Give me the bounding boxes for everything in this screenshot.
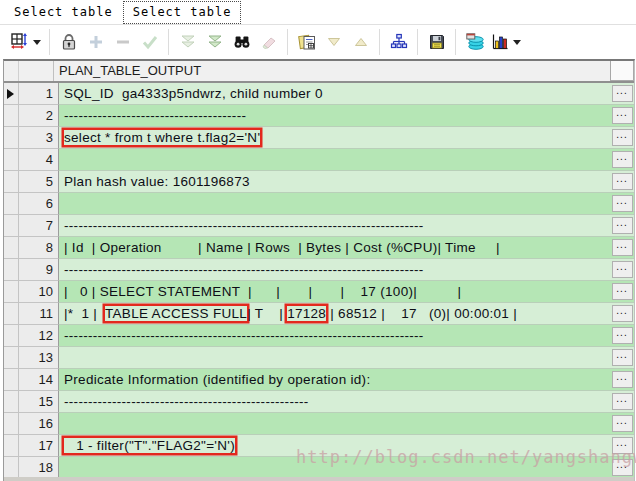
cell-expand-button[interactable]: ...	[612, 129, 633, 146]
row-number[interactable]: 5	[19, 171, 59, 193]
cell-expand-button[interactable]: ...	[612, 195, 633, 212]
plan-output-cell[interactable]: | 0 | SELECT STATEMENT | | | | 17 (100)|…	[59, 281, 610, 303]
grid-options-button[interactable]	[8, 29, 44, 55]
fetch-all-button[interactable]	[201, 29, 228, 55]
cell-expand-button[interactable]: ...	[612, 393, 633, 410]
cell-expand-button[interactable]: ...	[612, 217, 633, 234]
table-row[interactable]: 11|* 1 | TABLE ACCESS FULL| T | 17128 | …	[4, 303, 634, 325]
table-row[interactable]: 15--------------------------------------…	[4, 391, 634, 413]
cell-expand-button[interactable]: ...	[612, 107, 633, 124]
plan-output-cell[interactable]: | Id | Operation | Name | Rows | Bytes |…	[59, 237, 610, 259]
plan-output-cell[interactable]: SQL_ID ga4333p5ndwrz, child number 0	[59, 83, 610, 105]
table-row[interactable]: 13...	[4, 347, 634, 369]
lock-button[interactable]	[55, 29, 82, 55]
table-row[interactable]: 18...	[4, 457, 634, 479]
row-number[interactable]: 7	[19, 215, 59, 237]
cell-expand-button[interactable]: ...	[612, 437, 633, 454]
cell-expand-button[interactable]: ...	[612, 349, 633, 366]
row-number[interactable]: 2	[19, 105, 59, 127]
plan-output-cell[interactable]: select * from t where t.flag2='N'	[59, 127, 610, 149]
row-number[interactable]: 1	[19, 83, 59, 105]
row-number[interactable]: 3	[19, 127, 59, 149]
table-row[interactable]: 17 1 - filter("T"."FLAG2"='N')...	[4, 435, 634, 457]
plan-output-cell[interactable]: |* 1 | TABLE ACCESS FULL| T | 17128 | 68…	[59, 303, 610, 325]
plan-output-cell[interactable]	[59, 193, 610, 215]
plan-output-cell[interactable]: ----------------------------------------…	[59, 391, 610, 413]
plan-output-cell[interactable]	[59, 347, 610, 369]
cell-expand-button[interactable]: ...	[612, 327, 633, 344]
row-indicator-cell	[4, 127, 19, 149]
plan-output-cell[interactable]: ----------------------------------------…	[59, 215, 610, 237]
red-highlight-box: TABLE ACCESS FULL	[105, 306, 247, 321]
copy-special-button[interactable]	[293, 29, 320, 55]
plan-output-cell[interactable]	[59, 457, 610, 479]
cell-expand-button[interactable]: ...	[612, 283, 633, 300]
plan-output-cell[interactable]: 1 - filter("T"."FLAG2"='N')	[59, 435, 610, 457]
row-number[interactable]: 11	[19, 303, 59, 325]
tab-select-table-2[interactable]: Select table	[123, 1, 242, 24]
table-row[interactable]: 3select * from t where t.flag2='N'...	[4, 127, 634, 149]
table-row[interactable]: 9---------------------------------------…	[4, 259, 634, 281]
cell-expand-button[interactable]: ...	[612, 239, 633, 256]
table-row[interactable]: 5Plan hash value: 1601196873...	[4, 171, 634, 193]
cell-expand-button[interactable]: ...	[612, 459, 633, 476]
fetch-next-page-button[interactable]	[174, 29, 201, 55]
table-row[interactable]: 12--------------------------------------…	[4, 325, 634, 347]
cell-expand-column: ...	[610, 259, 634, 281]
plan-output-cell[interactable]: Predicate Information (identified by ope…	[59, 369, 610, 391]
table-row[interactable]: 2--------------------------------------.…	[4, 105, 634, 127]
add-record-button[interactable]	[82, 29, 109, 55]
table-row[interactable]: 7---------------------------------------…	[4, 215, 634, 237]
row-number[interactable]: 10	[19, 281, 59, 303]
row-number[interactable]: 12	[19, 325, 59, 347]
row-number[interactable]: 8	[19, 237, 59, 259]
plan-output-cell[interactable]	[59, 149, 610, 171]
column-header-plan-table-output[interactable]: PLAN_TABLE_OUTPUT	[54, 61, 610, 81]
row-number[interactable]: 17	[19, 435, 59, 457]
table-row[interactable]: 4...	[4, 149, 634, 171]
linked-query-button[interactable]	[385, 29, 412, 55]
delete-record-button[interactable]	[109, 29, 136, 55]
tab-select-table-1[interactable]: Select table	[4, 1, 123, 24]
highlight-button[interactable]	[255, 29, 282, 55]
row-number[interactable]: 6	[19, 193, 59, 215]
cell-text: | T |	[247, 306, 287, 321]
row-number[interactable]: 9	[19, 259, 59, 281]
chart-button[interactable]	[488, 29, 524, 55]
row-number[interactable]: 14	[19, 369, 59, 391]
row-number[interactable]: 4	[19, 149, 59, 171]
cell-expand-button[interactable]: ...	[612, 415, 633, 432]
row-number[interactable]: 15	[19, 391, 59, 413]
row-indicator-cell	[4, 325, 19, 347]
table-row[interactable]: 1SQL_ID ga4333p5ndwrz, child number 0...	[4, 83, 634, 105]
cell-expand-button[interactable]: ...	[612, 173, 633, 190]
sort-descending-button[interactable]	[320, 29, 347, 55]
table-row[interactable]: 16...	[4, 413, 634, 435]
cell-expand-button[interactable]: ...	[612, 305, 633, 322]
post-changes-button[interactable]	[136, 29, 163, 55]
cell-expand-column: ...	[610, 149, 634, 171]
cell-expand-button[interactable]: ...	[612, 371, 633, 388]
cell-expand-button[interactable]: ...	[612, 151, 633, 168]
sort-ascending-button[interactable]	[347, 29, 374, 55]
table-row[interactable]: 14Predicate Information (identified by o…	[4, 369, 634, 391]
find-button[interactable]	[228, 29, 255, 55]
plan-output-cell[interactable]: ----------------------------------------…	[59, 259, 610, 281]
cell-expand-button[interactable]: ...	[612, 85, 633, 102]
row-number[interactable]: 13	[19, 347, 59, 369]
cell-expand-button[interactable]: ...	[612, 261, 633, 278]
grid-header-corner-cell	[610, 61, 634, 81]
row-indicator-cell	[4, 149, 19, 171]
export-data-button[interactable]	[461, 29, 488, 55]
plan-output-cell[interactable]: ----------------------------------------…	[59, 325, 610, 347]
plan-output-cell[interactable]: --------------------------------------	[59, 105, 610, 127]
table-row[interactable]: 8| Id | Operation | Name | Rows | Bytes …	[4, 237, 634, 259]
save-button[interactable]	[423, 29, 450, 55]
table-row[interactable]: 10| 0 | SELECT STATEMENT | | | | 17 (100…	[4, 281, 634, 303]
table-row[interactable]: 6...	[4, 193, 634, 215]
plan-output-cell[interactable]	[59, 413, 610, 435]
row-number[interactable]: 16	[19, 413, 59, 435]
plan-output-cell[interactable]: Plan hash value: 1601196873	[59, 171, 610, 193]
row-number[interactable]: 18	[19, 457, 59, 479]
cell-expand-column: ...	[610, 391, 634, 413]
